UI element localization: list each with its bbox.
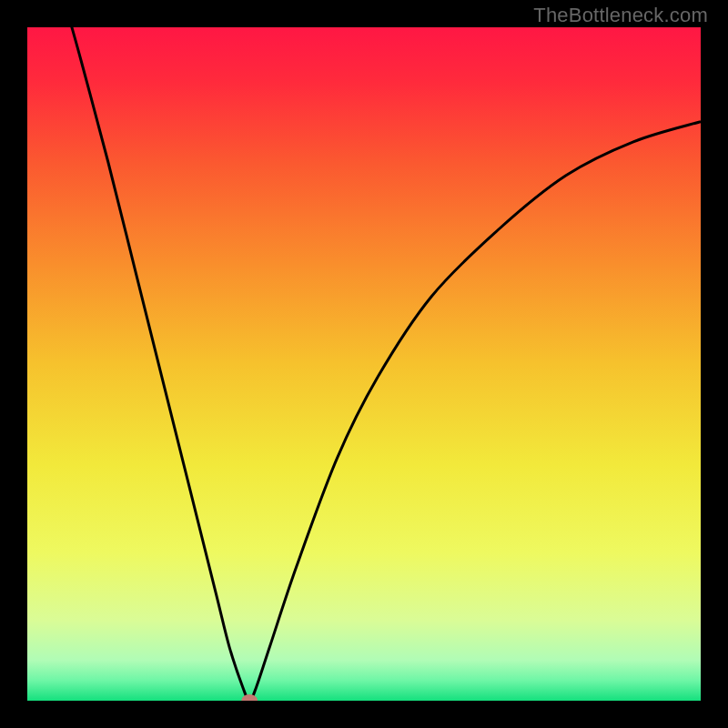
bottleneck-chart	[27, 27, 701, 701]
chart-frame: TheBottleneck.com	[0, 0, 728, 728]
plot-area	[27, 27, 701, 701]
gradient-background	[27, 27, 701, 701]
watermark-text: TheBottleneck.com	[533, 4, 708, 27]
